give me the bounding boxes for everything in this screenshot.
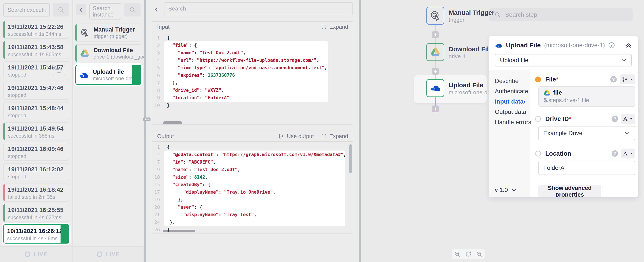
text-type-selector-button[interactable]: A bbox=[621, 114, 635, 124]
reset-zoom-icon[interactable] bbox=[465, 251, 472, 257]
canvas-zoom-controls bbox=[452, 249, 485, 259]
location-input[interactable] bbox=[543, 164, 630, 171]
search-instance-button[interactable] bbox=[124, 3, 140, 16]
expand-icon bbox=[321, 24, 327, 29]
steps-live-toggle[interactable]: LIVE bbox=[73, 246, 144, 262]
mapped-property-name: file bbox=[553, 89, 562, 96]
google-drive-icon bbox=[426, 43, 444, 61]
properties-tab-authenticate[interactable]: Authenticate bbox=[489, 86, 530, 96]
onedrive-icon bbox=[495, 43, 502, 48]
code-line: "drive_id": "WXYZ", bbox=[162, 87, 353, 94]
add-step-button[interactable]: + bbox=[432, 68, 439, 75]
executions-live-toggle[interactable]: LIVE bbox=[0, 246, 72, 262]
output-log-title: Output bbox=[157, 133, 174, 140]
show-advanced-properties-button[interactable]: Show advanced properties bbox=[538, 185, 601, 197]
line-number: 8 bbox=[152, 87, 160, 94]
zoom-in-icon[interactable] bbox=[476, 251, 482, 257]
file-mapping-selector-button[interactable] bbox=[620, 74, 635, 84]
drive-id-field-label: Drive ID* bbox=[545, 115, 571, 122]
execution-item[interactable]: 19/11/2021 15:22:26successful in 1s 344m… bbox=[3, 20, 69, 39]
panel-resize-handle[interactable] bbox=[143, 117, 150, 121]
collapse-steps-panel-button[interactable] bbox=[76, 4, 86, 15]
add-step-button[interactable]: + bbox=[432, 31, 439, 38]
step-title: Upload File bbox=[506, 42, 541, 49]
chevron-down-icon bbox=[621, 57, 626, 63]
step-title: Download File bbox=[94, 46, 144, 54]
chevron-left-icon bbox=[78, 7, 84, 12]
search-executions-input[interactable] bbox=[8, 7, 46, 13]
file-field-row: File* ? bbox=[535, 74, 635, 84]
execution-item[interactable]: 19/11/2021 16:18:42failed step in 2m 35s bbox=[3, 184, 69, 202]
execution-item[interactable]: 19/11/2021 15:47:46stopped bbox=[3, 82, 69, 100]
execution-item[interactable]: 19/11/2021 15:49:54successful in 358ms bbox=[3, 122, 69, 140]
line-number: 10 bbox=[152, 173, 160, 181]
operation-select[interactable]: Upload file bbox=[495, 54, 632, 66]
search-executions-field bbox=[3, 3, 50, 16]
workflow-canvas[interactable]: + + + Manual TriggertriggerDownload File… bbox=[361, 0, 644, 262]
instance-step-item[interactable]: Manual Triggertrigger (trigger) bbox=[75, 23, 141, 42]
execution-timestamp: 19/11/2021 16:26:12 bbox=[7, 227, 66, 235]
instance-step-item[interactable]: Upload Filemicrosoft-one-drive... bbox=[75, 65, 141, 85]
execution-item[interactable]: 19/11/2021 15:43:58successful in 1s 865m… bbox=[3, 41, 69, 59]
zoom-out-icon[interactable] bbox=[454, 251, 460, 257]
instance-step-item[interactable]: Download Filedrive-1 (download_goo... bbox=[75, 44, 141, 62]
logs-header bbox=[146, 0, 359, 15]
execution-item[interactable]: 19/11/2021 16:09:46stopped bbox=[3, 143, 69, 161]
collapse-logs-panel-button[interactable] bbox=[154, 7, 159, 12]
line-number: 10 bbox=[152, 102, 160, 109]
line-number: 6 bbox=[152, 72, 160, 79]
line-number: 15 bbox=[152, 181, 160, 189]
horizontal-resize-icon bbox=[144, 118, 149, 120]
mapped-jsonpath: $.steps.drive-1.file bbox=[544, 97, 635, 104]
code-line: { bbox=[162, 143, 353, 151]
field-help-icon[interactable]: ? bbox=[612, 150, 618, 157]
execution-status: stopped bbox=[8, 153, 66, 160]
node-subtitle: trigger bbox=[449, 16, 494, 23]
collapse-properties-button[interactable] bbox=[625, 42, 632, 48]
canvas-divider bbox=[359, 0, 361, 262]
execution-item[interactable]: 19/11/2021 16:25:55successful in 4s 622m… bbox=[3, 204, 69, 222]
workflow-node[interactable]: Manual Triggertrigger bbox=[426, 7, 494, 25]
output-log-section: Output Use output Expand 127910151719202… bbox=[152, 131, 353, 234]
field-type-radio[interactable] bbox=[535, 116, 541, 122]
workflow-node[interactable]: Download Filedrive-1 bbox=[426, 43, 492, 61]
search-instance-field[interactable]: Search instance bbox=[89, 3, 121, 19]
execution-item[interactable]: 19/11/2021 16:26:12successful in 4s 48ms bbox=[3, 224, 69, 244]
search-logs-input[interactable] bbox=[168, 5, 348, 12]
text-type-selector-button[interactable]: A bbox=[621, 149, 635, 158]
expand-output-button[interactable]: Expand bbox=[321, 133, 348, 140]
input-data-form: File* ? file bbox=[530, 70, 638, 197]
execution-item[interactable]: 19/11/2021 15:48:44stopped bbox=[3, 102, 69, 120]
google-drive-icon bbox=[544, 90, 550, 96]
line-number: 17 bbox=[152, 189, 160, 196]
add-step-button[interactable]: + bbox=[432, 105, 439, 112]
search-executions-button[interactable] bbox=[53, 3, 69, 16]
field-type-radio[interactable] bbox=[535, 151, 541, 157]
search-step-input[interactable] bbox=[505, 11, 627, 18]
execution-item[interactable]: 19/11/2021 15:46:57stopped bbox=[3, 61, 69, 79]
line-number: 5 bbox=[152, 64, 160, 72]
double-chevron-up-icon bbox=[625, 42, 632, 48]
field-help-icon[interactable]: ? bbox=[612, 116, 618, 122]
search-step-bar bbox=[489, 8, 632, 21]
file-mapping-card[interactable]: file $.steps.drive-1.file bbox=[538, 86, 635, 107]
horizontal-scrollbar[interactable] bbox=[163, 121, 182, 124]
code-line: }, bbox=[162, 79, 353, 87]
field-help-icon[interactable]: ? bbox=[610, 76, 617, 82]
code-line: "name": "Test Doc 2.odt", bbox=[162, 166, 353, 173]
panel-resize-divider[interactable] bbox=[144, 0, 146, 262]
input-json-viewer[interactable]: 12345678910 { "file": { "name": "Test Do… bbox=[152, 33, 353, 124]
expand-input-button[interactable]: Expand bbox=[321, 23, 348, 30]
properties-tab-handle-errors[interactable]: Handle errors bbox=[489, 117, 530, 127]
help-icon[interactable]: ? bbox=[608, 42, 615, 48]
execution-status: successful in 1s 344ms bbox=[8, 31, 66, 37]
execution-item[interactable]: 19/11/2021 16:12:02stopped bbox=[3, 163, 69, 181]
properties-tab-describe[interactable]: Describe bbox=[489, 76, 530, 86]
properties-tab-input-data[interactable]: Input data› bbox=[489, 96, 530, 107]
connector-version-select[interactable]: v 1.0 bbox=[495, 187, 516, 193]
use-output-button[interactable]: Use output bbox=[278, 133, 314, 140]
drive-id-select[interactable]: Example Drive bbox=[538, 126, 635, 140]
output-json-viewer[interactable]: 12791015171920212426 { "@odata.context":… bbox=[152, 142, 353, 233]
rerun-execution-button[interactable] bbox=[53, 65, 65, 76]
properties-tab-output-data[interactable]: Output data bbox=[489, 107, 530, 117]
